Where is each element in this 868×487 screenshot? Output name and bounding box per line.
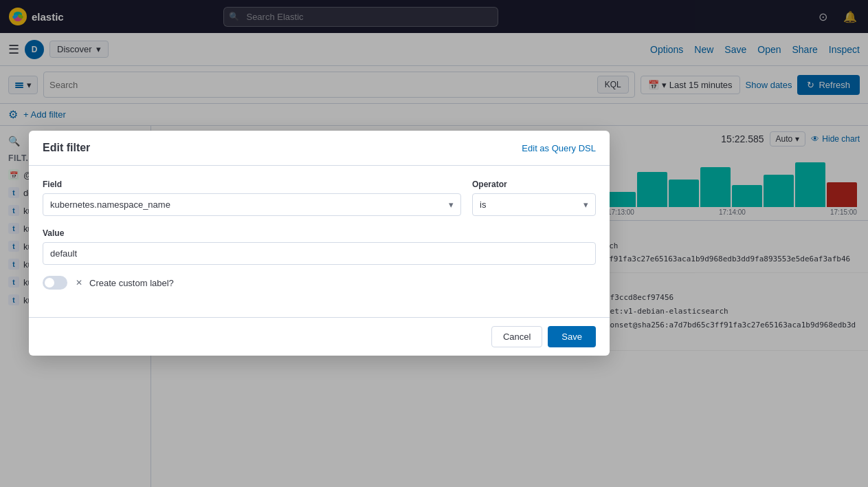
modal-title: Edit filter <box>43 142 90 154</box>
value-form-group: Value <box>43 227 596 265</box>
custom-label-toggle[interactable] <box>43 276 67 290</box>
custom-label-text: Create custom label? <box>89 278 174 288</box>
field-form-group: Field kubernetes.namespace_name ▾ <box>43 180 461 216</box>
field-operator-row: Field kubernetes.namespace_name ▾ Operat… <box>43 180 596 216</box>
save-filter-button[interactable]: Save <box>548 326 596 347</box>
field-select-value: kubernetes.namespace_name <box>50 199 170 210</box>
custom-label-row: ✕ Create custom label? <box>43 276 596 290</box>
cancel-button[interactable]: Cancel <box>491 326 542 347</box>
operator-select-value: is <box>480 199 486 210</box>
operator-label: Operator <box>472 180 596 189</box>
modal-body: Field kubernetes.namespace_name ▾ Operat… <box>29 166 610 317</box>
operator-form-group: Operator is ▾ <box>472 180 596 216</box>
value-input[interactable] <box>43 242 596 265</box>
modal-footer: Cancel Save <box>29 317 610 356</box>
operator-select[interactable]: is ▾ <box>472 193 596 216</box>
field-label: Field <box>43 180 461 189</box>
chevron-down-icon: ▾ <box>449 199 454 210</box>
value-label: Value <box>43 228 64 238</box>
edit-query-dsl-link[interactable]: Edit as Query DSL <box>522 143 596 153</box>
edit-filter-modal: Edit filter Edit as Query DSL Field kube… <box>29 131 610 356</box>
modal-header: Edit filter Edit as Query DSL <box>29 131 610 166</box>
chevron-down-icon: ▾ <box>583 199 588 210</box>
close-icon: ✕ <box>76 278 82 288</box>
modal-overlay[interactable]: Edit filter Edit as Query DSL Field kube… <box>0 0 868 487</box>
field-select[interactable]: kubernetes.namespace_name ▾ <box>43 193 461 216</box>
